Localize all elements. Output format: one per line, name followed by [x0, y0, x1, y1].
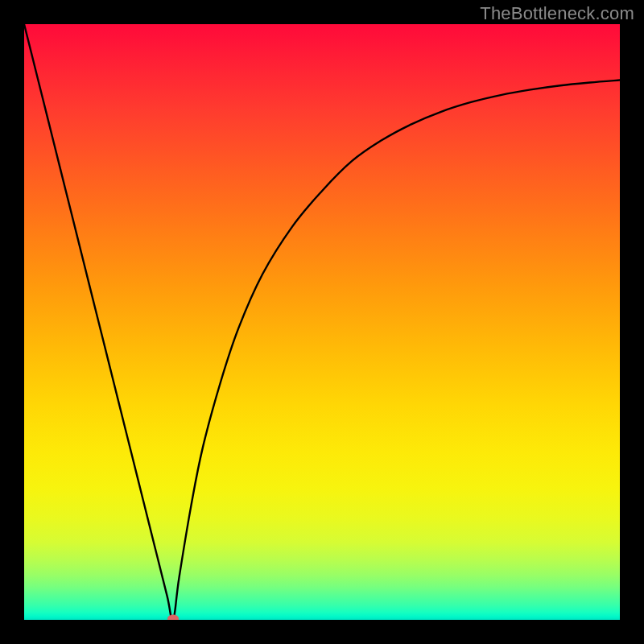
minimum-marker [167, 615, 179, 621]
bottleneck-curve [24, 24, 620, 620]
curve-svg [24, 24, 620, 620]
chart-frame: TheBottleneck.com [0, 0, 644, 644]
watermark-text: TheBottleneck.com [480, 3, 634, 24]
plot-area [24, 24, 620, 620]
